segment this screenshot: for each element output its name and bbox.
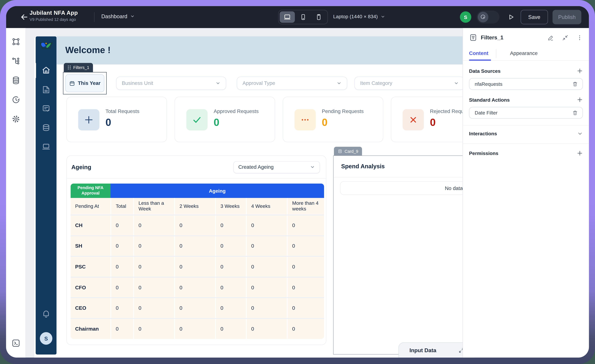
interactions-section[interactable]: Interactions (469, 130, 583, 137)
add-data-source-icon[interactable] (577, 68, 583, 74)
chevron-down-icon (454, 81, 459, 86)
app-canvas: S Welcome ! Filters_1 This Year (34, 36, 472, 357)
table-row: CH000000 (71, 215, 324, 235)
ageing-columns-row: Pending AtTotalLess than a Week2 Weeks3 … (71, 198, 324, 215)
row-label: CFO (71, 278, 110, 297)
back-icon[interactable] (20, 13, 29, 21)
add-standard-action-icon[interactable] (577, 97, 583, 103)
table-cell: 0 (215, 257, 246, 277)
stat-value: 0 (214, 117, 219, 129)
plus-icon (78, 109, 99, 131)
ageing-type-dropdown[interactable]: Created Ageing (233, 161, 320, 173)
device-size-selector[interactable]: Laptop (1440 × 834) (333, 14, 385, 19)
stat-card-pending: Pending Requests 0 (283, 97, 383, 142)
nav-approvals-icon[interactable] (41, 104, 51, 113)
chevron-down-icon[interactable] (577, 131, 583, 136)
approval-type-dropdown[interactable]: Approval Type (237, 77, 347, 90)
device-tablet-button[interactable] (296, 11, 311, 23)
panel-divider (463, 125, 589, 126)
table-cell: 0 (174, 215, 215, 235)
table-cell: 0 (174, 298, 215, 318)
approval-type-placeholder: Approval Type (242, 80, 275, 86)
spend-analysis-card[interactable]: Spend Analysis No data (333, 155, 472, 355)
filters-widget-tag-label: Filters_1 (73, 65, 89, 70)
datasource-icon[interactable] (11, 76, 20, 85)
spend-analysis-empty-state: No data (340, 181, 472, 195)
row-label: Chairman (71, 319, 110, 339)
tab-appearance[interactable]: Appearance (510, 50, 538, 56)
filters-widget-selection[interactable]: This Year (63, 72, 107, 94)
ellipsis-icon (294, 109, 316, 131)
permissions-label: Permissions (469, 150, 498, 156)
row-label: CEO (71, 298, 110, 318)
save-button[interactable]: Save (521, 10, 548, 24)
data-source-item[interactable]: nfaRequests (469, 78, 583, 90)
app-title: Jubilant NFA App (30, 9, 78, 16)
item-category-placeholder: Item Category (360, 80, 392, 86)
nav-documents-icon[interactable] (41, 85, 51, 94)
live-cursor-toggle[interactable] (477, 11, 499, 23)
collapse-panel-icon[interactable] (562, 34, 568, 41)
device-size-label: Laptop (1440 × 834) (333, 14, 378, 19)
trash-icon[interactable] (572, 81, 578, 87)
tab-content[interactable]: Content (469, 50, 489, 56)
component-tree-icon[interactable] (11, 56, 20, 65)
device-laptop-button[interactable] (280, 11, 295, 23)
page-selector[interactable]: Dashboard (101, 13, 135, 19)
column-header: More than 4 weeks (287, 198, 324, 215)
table-cell: 0 (133, 236, 174, 256)
nav-devices-icon[interactable] (41, 142, 51, 151)
item-category-dropdown[interactable]: Item Category (354, 77, 464, 90)
preview-play-button[interactable] (508, 14, 515, 21)
filters-widget-tag[interactable]: Filters_1 (64, 63, 93, 72)
table-group-header: Ageing (110, 183, 324, 198)
publish-button: Publish (552, 10, 581, 24)
standard-action-item[interactable]: Date Filter (469, 107, 583, 119)
stat-card-approved: Approved Requests 0 (175, 97, 275, 142)
table-cell: 0 (215, 236, 246, 256)
table-cell: 0 (215, 319, 246, 339)
console-terminal-icon[interactable] (11, 339, 20, 348)
trash-icon[interactable] (572, 110, 578, 116)
tab-divider (496, 49, 496, 58)
table-cell: 0 (287, 236, 324, 256)
table-cell: 0 (133, 298, 174, 318)
add-permission-icon[interactable] (577, 150, 583, 156)
interactions-label: Interactions (469, 131, 497, 136)
table-cell: 0 (215, 215, 246, 235)
stat-label: Approved Requests (214, 109, 259, 114)
nav-home-icon[interactable] (41, 66, 51, 75)
business-unit-dropdown[interactable]: Business Unit (116, 77, 226, 90)
stat-value: 0 (106, 117, 111, 129)
ageing-title: Ageing (71, 164, 91, 170)
canvas-select-icon[interactable] (11, 37, 20, 46)
notifications-bell-icon[interactable] (41, 309, 51, 319)
kebab-menu-icon[interactable] (576, 34, 583, 41)
user-avatar[interactable]: S (460, 11, 471, 23)
ageing-type-value: Created Ageing (238, 164, 274, 170)
screen: Jubilant NFA App V9 Published 12 days ag… (0, 0, 595, 364)
settings-gear-icon[interactable] (11, 114, 20, 124)
device-mobile-button[interactable] (311, 11, 326, 23)
table-row: SH000000 (71, 235, 324, 256)
app-user-avatar[interactable]: S (40, 332, 52, 345)
table-cell: 0 (174, 278, 215, 297)
card9-widget-tag[interactable]: Card_9 (334, 147, 362, 156)
edit-pencil-icon[interactable] (548, 34, 554, 41)
history-icon[interactable] (11, 95, 20, 104)
active-page-indicator (34, 63, 36, 78)
panel-divider (463, 143, 589, 144)
chevron-down-icon (337, 81, 341, 86)
table-row: CFO000000 (71, 277, 324, 297)
tablet-icon (299, 14, 306, 21)
row-label: CH (71, 215, 110, 235)
table-cell: 0 (215, 298, 246, 318)
cursor-circle-icon (478, 12, 488, 22)
date-filter-button[interactable]: This Year (65, 74, 104, 92)
table-cell: 0 (110, 278, 133, 297)
nav-database-icon[interactable] (41, 123, 51, 132)
ageing-table: Pending NFA Approval Ageing Pending AtTo… (71, 183, 324, 339)
table-row: CEO000000 (71, 297, 324, 318)
standard-actions-section: Standard Actions (469, 96, 583, 104)
table-cell: 0 (110, 236, 133, 256)
